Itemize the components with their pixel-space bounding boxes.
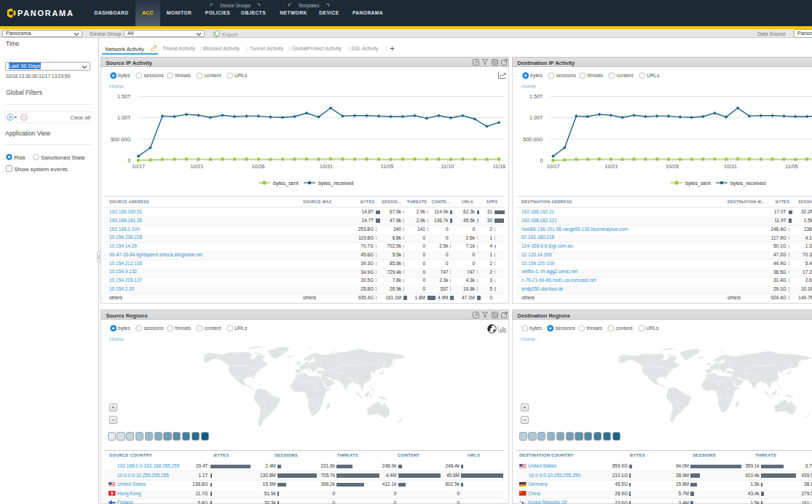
svg-text:11/10: 11/10	[441, 163, 454, 170]
svg-text:0: 0	[128, 157, 131, 164]
svg-text:10/17: 10/17	[132, 163, 145, 170]
svg-text:10/31: 10/31	[724, 163, 737, 170]
svg-text:10/31: 10/31	[320, 163, 333, 170]
svg-text:10/17: 10/17	[547, 163, 560, 170]
svg-text:500.00G: 500.00G	[523, 136, 543, 143]
svg-text:1.50T: 1.50T	[117, 93, 131, 100]
svg-text:10/26: 10/26	[666, 163, 679, 170]
svg-text:bytes_sent: bytes_sent	[273, 179, 299, 186]
svg-text:1.00T: 1.00T	[529, 114, 543, 121]
svg-text:11/05: 11/05	[381, 163, 393, 170]
svg-text:10/21: 10/21	[605, 163, 618, 170]
svg-text:500.00G: 500.00G	[111, 136, 131, 143]
svg-text:11/05: 11/05	[785, 163, 797, 170]
svg-text:1.00T: 1.00T	[117, 114, 131, 121]
svg-text:0: 0	[540, 157, 543, 164]
svg-text:11/16: 11/16	[493, 163, 505, 170]
svg-text:bytes_received: bytes_received	[730, 179, 765, 186]
svg-text:bytes_sent: bytes_sent	[685, 179, 711, 186]
svg-text:bytes_received: bytes_received	[318, 179, 353, 186]
svg-text:10/26: 10/26	[252, 163, 265, 170]
svg-text:1.50T: 1.50T	[529, 93, 543, 100]
svg-text:10/21: 10/21	[191, 163, 204, 170]
